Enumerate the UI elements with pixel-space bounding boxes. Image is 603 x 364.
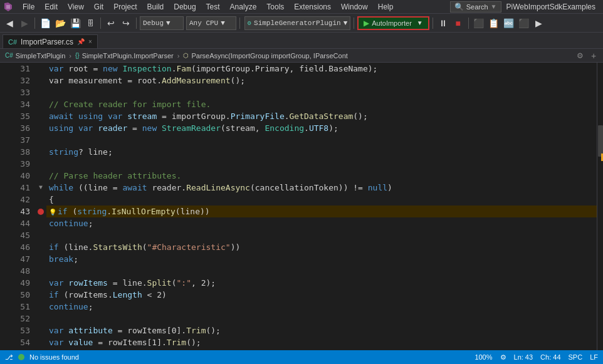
- menu-search-box[interactable]: 🔍 Search ▼: [450, 1, 501, 13]
- breadcrumb-class[interactable]: C# SimpleTxtPlugin: [5, 52, 65, 60]
- tab-bar: C# ImportParser.cs 📌 ×: [0, 33, 603, 49]
- breadcrumb-separator-1: ›: [69, 52, 71, 60]
- line-number-45: 45: [11, 229, 35, 241]
- menu-items: File Edit View Git Project Build Debug T…: [18, 1, 450, 13]
- tab-filename: ImportParser.cs: [21, 38, 73, 46]
- redo-button[interactable]: ↪: [119, 16, 133, 30]
- line-number-49: 49: [11, 277, 35, 289]
- open-button[interactable]: 📂: [53, 16, 67, 30]
- status-right: 100% ⚙ Ln: 43 Ch: 44 SPC LF: [475, 353, 598, 361]
- plugin-chevron-icon: ▼: [343, 19, 348, 27]
- toolbar-extra-3[interactable]: 🔤: [502, 16, 516, 30]
- run-label: AutoImporter: [372, 19, 412, 27]
- gutter-cell-55: [35, 348, 46, 350]
- gutter-cell-42: [35, 194, 46, 205]
- toolbar-extra-2[interactable]: 📋: [487, 16, 501, 30]
- breadcrumb-parse[interactable]: ⬡ ParseAsync(ImportGroup importGroup, IP…: [183, 52, 347, 60]
- source-icon: ⚙: [500, 353, 506, 361]
- breadcrumb-method-name: SimpleTxtPlugin.ImportParser: [82, 52, 174, 60]
- toolbar-sep-3: [136, 18, 137, 29]
- menu-git[interactable]: Git: [89, 1, 108, 13]
- gutter-cell-50: [35, 289, 46, 301]
- tab-file-icon: C#: [8, 38, 17, 46]
- undo-button[interactable]: ↩: [104, 16, 118, 30]
- code-line-41: while ((line = await reader.ReadLineAsyn…: [46, 182, 597, 194]
- menu-extensions[interactable]: Extensions: [289, 1, 336, 13]
- scrollbar[interactable]: [597, 63, 603, 350]
- menu-test[interactable]: Test: [201, 1, 225, 13]
- toolbar-extra-5[interactable]: ▶: [532, 16, 546, 30]
- tab-close-button[interactable]: ×: [88, 38, 92, 45]
- gutter-cell-32: [35, 75, 46, 86]
- code-line-31: var root = new Inspection.Fam(importGrou…: [46, 63, 597, 75]
- code-line-33: [46, 86, 597, 98]
- code-line-32: var measurement = root.AddMeasurement();: [46, 75, 597, 86]
- menu-edit[interactable]: Edit: [39, 1, 63, 13]
- zoom-percent: 100%: [475, 353, 492, 361]
- code-line-37: [46, 134, 597, 146]
- menu-file[interactable]: File: [18, 1, 39, 13]
- char-position: Ch: 44: [540, 353, 560, 361]
- line-number-53: 53: [11, 325, 35, 336]
- code-area[interactable]: var root = new Inspection.Fam(importGrou…: [46, 63, 597, 350]
- menu-build[interactable]: Build: [142, 1, 169, 13]
- stop-button[interactable]: ■: [451, 16, 465, 30]
- save-all-button[interactable]: 🗄: [83, 16, 97, 30]
- back-button[interactable]: ◀: [3, 16, 16, 30]
- code-line-34: // Create reader for import file.: [46, 98, 597, 110]
- code-line-39: [46, 158, 597, 170]
- gutter-cell-33: [35, 86, 46, 98]
- scrollbar-thumb[interactable]: [598, 125, 603, 157]
- code-line-48: [46, 265, 597, 277]
- save-button[interactable]: 💾: [68, 16, 82, 30]
- toolbar: ◀ ▶ 📄 📂 💾 🗄 ↩ ↪ Debug ▼ Any CPU ▼ ⚙ Simp…: [0, 14, 603, 33]
- toolbar-sep-2: [100, 18, 101, 29]
- platform-dropdown[interactable]: Any CPU ▼: [186, 16, 236, 30]
- run-dropdown-icon: ▼: [417, 19, 423, 26]
- platform-chevron-icon: ▼: [221, 19, 225, 27]
- parse-icon: ⬡: [183, 52, 189, 59]
- code-line-42: {: [46, 194, 597, 205]
- toolbar-extra-1[interactable]: ⬛: [472, 16, 486, 30]
- pin-icon: 📌: [77, 38, 85, 45]
- breakpoint-43[interactable]: [38, 209, 44, 215]
- line-number-34: 34: [11, 98, 35, 110]
- gutter-cell-38: [35, 146, 46, 158]
- collapse-btn-41[interactable]: ▼: [37, 184, 45, 192]
- method-icon: {}: [75, 52, 80, 59]
- line-numbers: 3132333435363738394041424344454647484950…: [11, 63, 35, 350]
- code-wrapper: 3132333435363738394041424344454647484950…: [11, 63, 603, 350]
- forward-button[interactable]: ▶: [18, 16, 31, 30]
- breadcrumb-separator-2: ›: [177, 52, 180, 60]
- line-number-52: 52: [11, 313, 35, 325]
- menu-project[interactable]: Project: [108, 1, 142, 13]
- gutter-cell-31: [35, 63, 46, 75]
- menu-analyze[interactable]: Analyze: [225, 1, 262, 13]
- toolbar-extra-4[interactable]: ⬛: [517, 16, 531, 30]
- menu-view[interactable]: View: [63, 1, 89, 13]
- gutter-cell-41: ▼: [35, 182, 46, 194]
- editor-tab[interactable]: C# ImportParser.cs 📌 ×: [3, 34, 98, 48]
- new-file-button[interactable]: 📄: [38, 16, 52, 30]
- menu-debug[interactable]: Debug: [169, 1, 201, 13]
- line-number-43: 43: [11, 205, 35, 217]
- menu-tools[interactable]: Tools: [261, 1, 289, 13]
- breadcrumb-add-button[interactable]: +: [588, 50, 599, 61]
- gutter-cell-34: [35, 98, 46, 110]
- pause-button[interactable]: ⏸: [436, 16, 450, 30]
- config-chevron-icon: ▼: [166, 19, 170, 27]
- breadcrumb-method[interactable]: {} SimpleTxtPlugin.ImportParser: [75, 52, 174, 60]
- code-line-49: var rowItems = line.Split(":", 2);: [46, 277, 597, 289]
- menu-window[interactable]: Window: [336, 1, 373, 13]
- run-button[interactable]: ▶ AutoImporter ▼: [357, 16, 429, 30]
- line-number-47: 47: [11, 253, 35, 265]
- search-dropdown-icon: ▼: [491, 3, 497, 10]
- line-number-33: 33: [11, 86, 35, 98]
- menu-help[interactable]: Help: [373, 1, 399, 13]
- editor-settings-button[interactable]: ⚙: [574, 50, 585, 61]
- gutter-cell-44: [35, 217, 46, 229]
- plugin-dropdown[interactable]: ⚙ SimpleGeneratorPlugin ▼: [244, 16, 350, 30]
- config-dropdown[interactable]: Debug ▼: [140, 16, 184, 30]
- app-title: PiWebImportSdkExamples: [506, 3, 601, 11]
- code-line-54: var value = rowItems[1].Trim();: [46, 336, 597, 348]
